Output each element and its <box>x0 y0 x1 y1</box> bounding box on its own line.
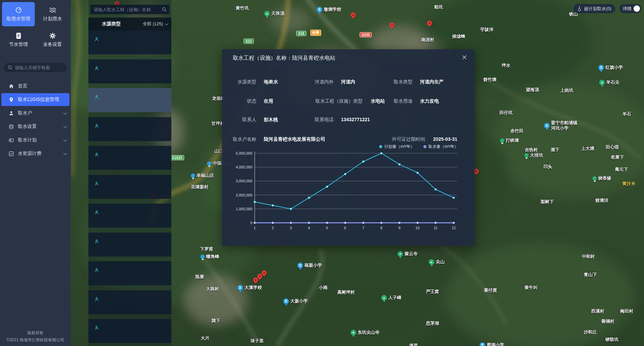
list-item[interactable] <box>88 261 171 285</box>
map-place-label: ▲羊石尖 <box>599 80 619 85</box>
svg-text:5,000,000: 5,000,000 <box>236 151 252 155</box>
school-marker-icon[interactable]: 文 <box>237 285 243 291</box>
manual-monitor-link[interactable] <box>94 182 101 186</box>
list-item[interactable] <box>88 59 171 83</box>
map-place-label: 吉告村 <box>525 147 538 153</box>
map-place-label: 陇下 <box>212 318 220 323</box>
sidebar-item-gis[interactable]: 取水口GIS信息管理 <box>1 93 69 106</box>
chart-legend: 计划量（m³/年）取水量（m³/年） <box>379 144 458 150</box>
map-place-label: 田仔坑 <box>500 110 513 115</box>
map-place-text: 中和村 <box>582 254 595 259</box>
peak-marker-icon[interactable]: ▲ <box>264 11 270 17</box>
toggle-knob[interactable] <box>634 5 640 12</box>
manual-monitor-link[interactable] <box>94 268 101 272</box>
module-label: 节水管理 <box>9 42 28 48</box>
map-place-text: 思茅湖 <box>426 321 439 326</box>
module-business-settings[interactable]: 业务设置 <box>36 28 69 52</box>
school-marker-icon[interactable]: 文 <box>298 263 303 268</box>
list-item[interactable] <box>88 204 171 228</box>
list-item[interactable] <box>88 175 171 199</box>
module-water-saving[interactable]: 节水管理 <box>2 28 35 52</box>
map-place-label: 箭竹塘 <box>483 77 497 82</box>
manual-monitor-link[interactable] <box>94 153 101 157</box>
manual-monitor-link[interactable] <box>94 124 101 128</box>
legend-label: 取水量（m³/年） <box>428 144 458 150</box>
gear-icon <box>49 32 56 39</box>
keyword-search-input[interactable] <box>4 63 67 72</box>
plan-vs-intake-chart[interactable]: 01,000,0002,000,0003,000,0004,000,0005,0… <box>229 149 465 234</box>
detail-toggle[interactable]: 详情 <box>619 4 641 13</box>
school-marker-icon[interactable]: 文 <box>480 342 485 346</box>
map-place-text: 善德村 <box>601 319 615 324</box>
module-water-intake[interactable]: 取用水管理 <box>2 2 35 26</box>
manual-monitor-link[interactable] <box>94 95 101 99</box>
sidebar-item-home[interactable]: 首页 <box>0 80 71 92</box>
map-place-label: 羊石 <box>622 111 631 117</box>
temple-marker-icon[interactable]: ♣ <box>397 251 403 257</box>
sidebar-item-water-users[interactable]: 取水户 <box>0 107 71 119</box>
map-place-text: 凹头 <box>543 164 552 169</box>
peak-marker-icon[interactable]: ▲ <box>381 295 387 301</box>
list-item[interactable] <box>88 319 171 343</box>
manual-monitor-link[interactable] <box>94 326 101 330</box>
peak-marker-icon[interactable]: ▲ <box>599 80 605 85</box>
station-detail-modal: 取水工程（设施）名称：陆河县青硿水电站 ✕ 水源类型地表水河道内外河道内取水类型… <box>222 49 475 246</box>
list-item[interactable] <box>88 88 171 112</box>
sidebar-item-billing[interactable]: 水资源计费 <box>0 147 71 160</box>
map-place-text: 羊石尖 <box>606 80 619 85</box>
poi-marker-icon[interactable] <box>524 153 529 158</box>
road-shield: G235 <box>360 32 372 37</box>
map-place-label: 锣鼓坑 <box>606 337 619 342</box>
map-place-text: 幸福山庄 <box>197 173 214 178</box>
legend-item[interactable]: 计划量（m³/年） <box>379 144 414 150</box>
field-value: 13432771221 <box>341 117 370 122</box>
filter-dropdown[interactable]: 全部 (125) <box>143 21 167 27</box>
school-marker-icon[interactable]: 文 <box>317 7 323 12</box>
school-marker-icon[interactable]: 文 <box>283 298 289 304</box>
poi-marker-icon[interactable] <box>207 161 212 166</box>
svg-text:7: 7 <box>362 226 364 230</box>
map-place-text: 箭竹塘 <box>483 77 497 82</box>
manual-monitor-link[interactable] <box>94 297 101 301</box>
module-planned-water[interactable]: 计划用水 <box>36 2 69 26</box>
over-plan-badge-label: 超计划取水(0) <box>584 6 611 12</box>
intake-point-pin[interactable] <box>388 22 395 29</box>
map-place-label: 老屋下 <box>611 155 624 160</box>
map-place-text: 梅田村 <box>620 309 634 314</box>
poi-marker-icon[interactable] <box>191 174 195 178</box>
poi-marker-icon[interactable] <box>592 176 597 181</box>
map-place-text: 箭塘洼 <box>595 198 609 203</box>
list-item[interactable] <box>88 233 171 257</box>
svg-text:2: 2 <box>272 226 274 230</box>
peak-marker-icon[interactable]: ▲ <box>429 259 435 265</box>
manual-monitor-link[interactable] <box>94 239 101 244</box>
poi-marker-icon[interactable] <box>200 255 205 259</box>
manual-monitor-link[interactable] <box>94 66 101 71</box>
map-place-text: 打铁塘 <box>506 138 519 143</box>
intake-point-pin[interactable] <box>349 11 357 19</box>
map-place-label: 凹头 <box>543 164 552 169</box>
map-place-label: 黄竹坑 <box>236 5 249 11</box>
sidebar-item-intake-settings[interactable]: 取水设置 <box>0 120 71 133</box>
poi-marker-icon[interactable] <box>500 138 504 143</box>
search-icon[interactable] <box>162 7 167 12</box>
map-place-text: 羊石 <box>622 111 631 117</box>
manual-monitor-link[interactable] <box>94 37 101 42</box>
home-icon <box>9 84 14 89</box>
legend-item[interactable]: 取水量（m³/年） <box>423 144 458 150</box>
list-item[interactable] <box>88 146 171 170</box>
over-plan-badge[interactable]: 超计划取水(0) <box>573 4 615 13</box>
field-label: 许可证过期时间 <box>351 136 425 142</box>
manual-monitor-link[interactable] <box>94 210 101 215</box>
temple-marker-icon[interactable]: ♣ <box>351 330 356 336</box>
intake-point-pin[interactable] <box>426 20 433 27</box>
sidebar-item-intake-plan[interactable]: 取水计划 <box>0 134 71 147</box>
list-item[interactable] <box>88 117 171 141</box>
school-marker-icon[interactable]: 文 <box>598 65 604 71</box>
school-marker-icon[interactable]: 文 <box>544 123 550 129</box>
station-search-input[interactable] <box>90 7 162 12</box>
field-value: 河道内生产 <box>420 79 444 85</box>
list-item[interactable] <box>88 290 171 314</box>
list-item[interactable] <box>88 30 171 54</box>
svg-text:4,000,000: 4,000,000 <box>236 165 252 169</box>
